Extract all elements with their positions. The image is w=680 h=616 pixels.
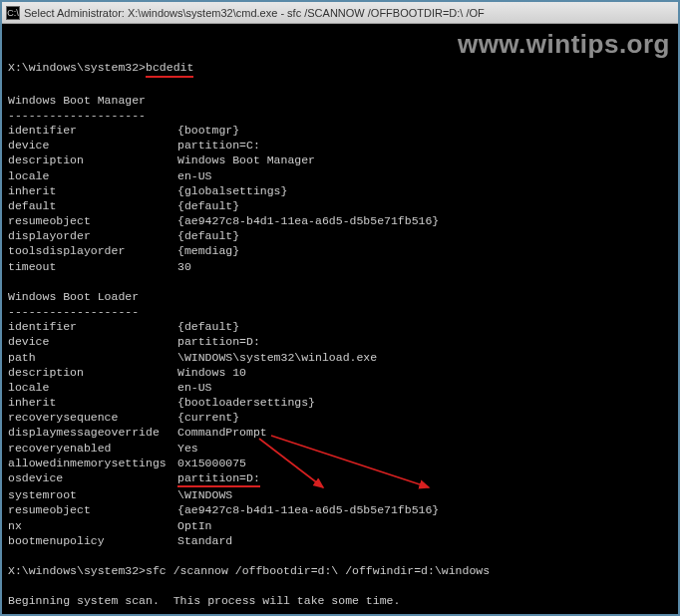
kv-row: osdevicepartition=D:	[8, 470, 672, 487]
watermark-text: www.wintips.org	[458, 27, 670, 61]
section-header-boot-loader: Windows Boot Loader	[8, 290, 139, 303]
kv-row: identifier{bootmgr}	[8, 123, 672, 138]
kv-row: displayorder{default}	[8, 228, 672, 243]
prompt-path-1: X:\windows\system32>	[8, 61, 146, 74]
kv-row: descriptionWindows Boot Manager	[8, 153, 672, 167]
kv-row: localeen-US	[8, 380, 672, 395]
command-sfc: sfc /scannow /offbootdir=d:\ /offwindir=…	[146, 564, 490, 577]
kv-row: devicepartition=D:	[8, 334, 672, 349]
kv-row: localeen-US	[8, 168, 672, 183]
command-bcdedit: bcdedit	[146, 60, 193, 77]
window-titlebar[interactable]: C:\ Select Administrator: X:\windows\sys…	[2, 2, 678, 24]
kv-row: timeout30	[8, 259, 672, 274]
kv-row: path\WINDOWS\system32\winload.exe	[8, 350, 672, 365]
kv-row: systemroot\WINDOWS	[8, 487, 672, 502]
kv-row: devicepartition=C:	[8, 138, 672, 153]
scan-begin-text: Beginning system scan. This process will…	[8, 594, 400, 607]
kv-row: identifier{default}	[8, 319, 672, 334]
kv-row: inherit{globalsettings}	[8, 183, 672, 198]
prompt-path-2: X:\windows\system32>	[8, 564, 146, 577]
kv-row: descriptionWindows 10	[8, 365, 672, 380]
kv-row: default{default}	[8, 198, 672, 213]
kv-row: recoverysequence{current}	[8, 410, 672, 425]
kv-row: inherit{bootloadersettings}	[8, 395, 672, 410]
kv-row: resumeobject{ae9427c8-b4d1-11ea-a6d5-d5b…	[8, 213, 672, 228]
divider: -------------------	[8, 305, 139, 318]
kv-row: displaymessageoverrideCommandPrompt	[8, 425, 672, 440]
window-title: Select Administrator: X:\windows\system3…	[24, 7, 485, 19]
kv-row: toolsdisplayorder{memdiag}	[8, 243, 672, 258]
kv-row: allowedinmemorysettings0x15000075	[8, 456, 672, 470]
kv-row: recoveryenabledYes	[8, 441, 672, 456]
kv-row: bootmenupolicyStandard	[8, 533, 672, 548]
kv-row: resumeobject{ae9427c8-b4d1-11ea-a6d5-d5b…	[8, 502, 672, 517]
section-header-boot-manager: Windows Boot Manager	[8, 94, 146, 107]
divider: --------------------	[8, 109, 146, 122]
kv-row: nxOptIn	[8, 518, 672, 533]
cmd-icon: C:\	[6, 6, 20, 20]
console-output[interactable]: www.wintips.org X:\windows\system32>bcde…	[2, 24, 678, 614]
